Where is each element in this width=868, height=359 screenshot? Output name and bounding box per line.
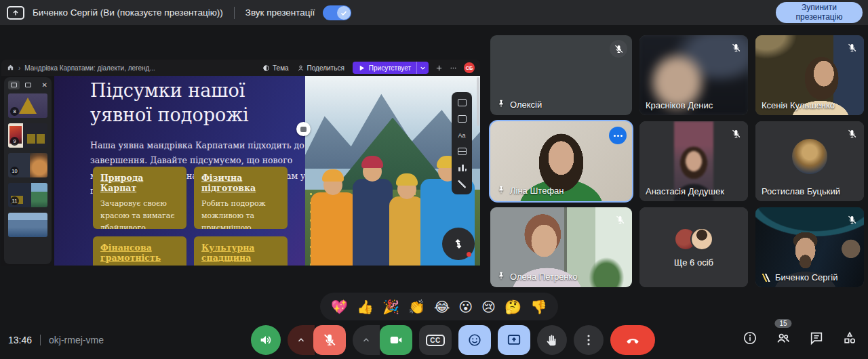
activities-button[interactable]	[842, 331, 857, 345]
canva-side-toolbar: Аа	[452, 92, 472, 194]
share-button[interactable]: Поделиться	[297, 64, 344, 72]
presentation-top-bar: Биченко Сергій (Ви (показуєте презентаці…	[0, 0, 868, 25]
avatar	[690, 228, 713, 251]
list-view-button[interactable]	[22, 81, 34, 89]
slide-thumbnail[interactable]	[8, 213, 47, 237]
participant-name: Биченко Сергій	[775, 272, 837, 282]
divider	[234, 7, 235, 19]
presentation-audio-toggle[interactable]	[323, 5, 351, 20]
meeting-details-button[interactable]	[743, 331, 757, 345]
participant-tile[interactable]: Красніков Денис	[639, 35, 748, 115]
divider	[40, 335, 41, 345]
people-panel-button[interactable]: 15	[776, 331, 791, 345]
avatar	[792, 139, 827, 174]
participant-tile[interactable]: Олена Петренко	[490, 207, 632, 287]
presenting-indicator-icon	[762, 274, 771, 282]
captions-button[interactable]: CC	[419, 325, 452, 355]
participant-name: Красніков Денис	[646, 100, 713, 110]
slide-thumbnail-panel: ✕ 8 9 10 11	[4, 77, 52, 264]
comment-button[interactable]	[296, 122, 311, 136]
stop-presentation-button[interactable]: Зупинити презентацію	[776, 2, 863, 23]
participant-name: Анастасія Дедушек	[646, 186, 724, 196]
reaction-party[interactable]: 🎉	[382, 300, 399, 314]
draw-tool-icon[interactable]	[457, 180, 467, 188]
overflow-participants-tile[interactable]: Ще 6 осіб	[639, 207, 748, 287]
slide-thumbnail[interactable]: 9	[8, 123, 47, 148]
slide-thumbnail[interactable]: 11	[8, 183, 47, 207]
clock-time: 13:46	[8, 335, 32, 345]
home-icon[interactable]	[7, 64, 14, 72]
theme-button[interactable]: Тема	[262, 64, 289, 72]
reaction-thumbs-down[interactable]: 👎	[530, 300, 547, 314]
canva-scrollbar[interactable]	[477, 77, 479, 126]
participant-tile[interactable]: Анастасія Дедушек	[639, 121, 748, 201]
participant-name: Ксенія Кульшенко	[762, 100, 835, 110]
slide-scroll-button[interactable]	[442, 228, 475, 260]
reactions-bar: 💖 👍 🎉 👏 😂 😮 😢 🤔 👎	[320, 293, 558, 320]
cc-icon: CC	[426, 335, 444, 346]
raise-hand-button[interactable]	[537, 325, 567, 355]
more-options-button[interactable]	[574, 325, 604, 355]
camera-options-chevron[interactable]	[353, 325, 380, 355]
breadcrumb[interactable]: Мандрівка Карпатами: діалекти, легенд...	[24, 64, 155, 72]
overflow-menu-icon[interactable]	[450, 64, 457, 72]
reactions-button[interactable]	[458, 325, 491, 355]
participant-tile[interactable]: Биченко Сергій	[755, 207, 864, 287]
close-panel-icon[interactable]: ✕	[42, 82, 47, 89]
tile-options-button[interactable]	[609, 127, 627, 144]
slide-thumbnail[interactable]: 10	[8, 153, 47, 177]
reaction-thumbs-up[interactable]: 👍	[357, 300, 374, 314]
overflow-count-label: Ще 6 осіб	[674, 257, 713, 268]
participant-count-badge: 15	[774, 319, 791, 328]
participant-name: Ліна Штефан	[510, 186, 564, 196]
mic-off-icon	[728, 40, 743, 55]
table-tool-icon[interactable]	[457, 147, 467, 156]
meeting-panels: 15	[743, 331, 857, 345]
reaction-laugh[interactable]: 😂	[434, 300, 450, 314]
mic-mute-button[interactable]	[313, 325, 346, 355]
frames-tool-icon[interactable]	[457, 114, 467, 123]
mic-off-icon	[844, 126, 859, 141]
reaction-clap[interactable]: 👏	[408, 300, 425, 314]
reaction-thinking[interactable]: 🤔	[505, 300, 521, 314]
topic-box: Природа КарпатЗачаровує своєю красою та …	[93, 167, 186, 229]
mic-off-icon	[612, 212, 627, 227]
camera-button[interactable]	[380, 325, 412, 355]
participant-tile[interactable]: Олексій	[490, 35, 632, 115]
record-dot	[467, 252, 471, 257]
mic-off-icon	[844, 212, 859, 227]
present-screen-button[interactable]	[498, 325, 530, 355]
audio-output-button[interactable]	[251, 325, 281, 355]
participant-tile[interactable]: Ростислав Буцький	[755, 121, 864, 201]
mic-off-icon	[728, 126, 743, 141]
canva-avatar[interactable]: СБ	[464, 62, 475, 73]
grid-view-button[interactable]	[8, 81, 20, 89]
canva-toolbar: › Мандрівка Карпатами: діалекти, легенд.…	[1, 60, 480, 76]
chat-panel-button[interactable]	[809, 331, 824, 345]
presenter-label: Биченко Сергій (Ви (показуєте презентаці…	[33, 7, 223, 18]
participant-name: Олена Петренко	[510, 272, 578, 282]
topic-box: Фінансова грамотність	[93, 236, 186, 266]
bottom-control-bar: 13:46 okj-rmej-vme	[0, 321, 868, 359]
chart-tool-icon[interactable]	[457, 163, 467, 172]
participant-tile[interactable]: Ксенія Кульшенко	[755, 35, 864, 115]
reaction-heart[interactable]: 💖	[331, 300, 348, 314]
participant-name: Олексій	[510, 100, 542, 110]
participant-grid: Олексій Красніков Денис Ксенія Кульшенко…	[490, 35, 864, 287]
slide-title: Підсумки нашої уявної подорожі	[90, 79, 307, 127]
meeting-code: okj-rmej-vme	[49, 335, 104, 345]
mic-options-chevron[interactable]	[288, 325, 315, 355]
end-call-button[interactable]	[610, 325, 655, 355]
participant-tile-active[interactable]: Ліна Штефан	[490, 121, 632, 201]
media-tool-icon[interactable]	[457, 98, 467, 107]
text-tool-icon[interactable]: Аа	[457, 131, 467, 140]
slide-thumbnail[interactable]: 8	[8, 93, 47, 118]
add-icon[interactable]	[435, 64, 443, 72]
meet-window: Биченко Сергій (Ви (показуєте презентаці…	[0, 0, 868, 359]
present-dropdown-chevron[interactable]	[416, 62, 429, 74]
camera-control-group	[353, 325, 412, 355]
reaction-surprised[interactable]: 😮	[458, 300, 473, 314]
topic-box: Культурна спадщинаЗбагачує подорож	[194, 236, 288, 266]
reaction-cry[interactable]: 😢	[481, 300, 496, 314]
canva-present-button[interactable]: Присутствует	[353, 62, 429, 74]
